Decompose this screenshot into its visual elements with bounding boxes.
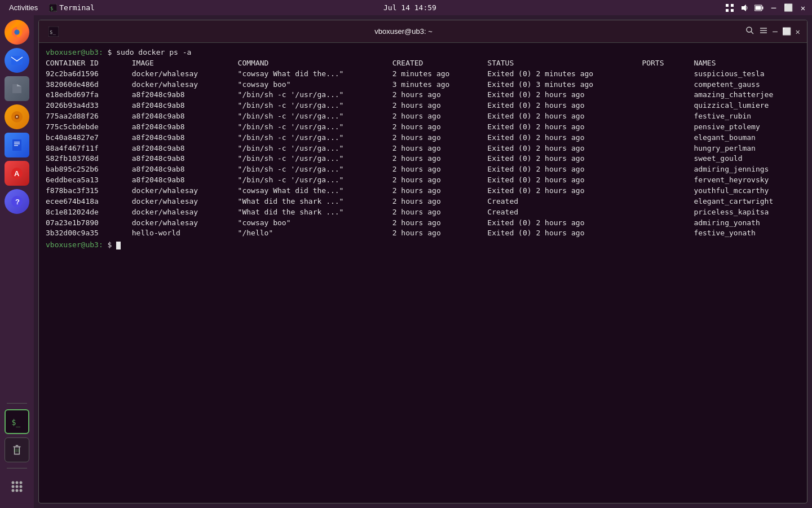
terminal-controls: ─ ⬜ ✕: [745, 26, 800, 37]
apps-grid-button[interactable]: [5, 474, 29, 499]
svg-rect-12: [11, 56, 23, 65]
trash-icon: [10, 443, 24, 457]
svg-point-29: [20, 481, 23, 484]
terminal-title: vboxuser@ub3: ~: [61, 27, 745, 36]
terminal-small-icon: $_: [10, 415, 24, 428]
minimize-button[interactable]: ─: [773, 28, 777, 36]
svg-point-30: [12, 485, 15, 488]
top-bar-right: ─ ⬜ ✕: [725, 3, 807, 12]
tab-terminal-icon: $_: [48, 27, 59, 37]
docker-rows: 92c2ba6d1596docker/whalesay"cowsay What …: [46, 69, 800, 239]
svg-rect-17: [14, 142, 20, 143]
table-row: 8c1e812024dedocker/whalesay"What did the…: [46, 207, 800, 218]
table-row: ecee674b418adocker/whalesay"What did the…: [46, 196, 800, 207]
svg-rect-2: [726, 4, 729, 7]
svg-point-15: [16, 116, 18, 118]
table-row: 6eddbeca5a13a8f2048c9ab8"/bin/sh -c '/us…: [46, 175, 800, 186]
cursor: [116, 242, 121, 249]
docker-ps-table: CONTAINER ID IMAGE COMMAND CREATED STATU…: [46, 58, 800, 239]
terminal-area: $_ vboxuser@ub3: ~: [34, 15, 812, 508]
apps-grid-icon: [9, 479, 25, 494]
battery-icon: [754, 4, 764, 12]
sidebar-item-music[interactable]: [5, 104, 29, 129]
command-1: $ sudo docker ps -a: [108, 48, 192, 56]
svg-point-35: [20, 489, 23, 492]
files-icon: [10, 82, 24, 95]
prompt-2: vboxuser@ub3:: [46, 240, 103, 249]
close-tray-icon[interactable]: ✕: [798, 3, 807, 12]
table-row: 3b32d00c9a35hello-world"/hello"2 hours a…: [46, 228, 800, 239]
col-status: STATUS: [471, 58, 626, 69]
svg-line-39: [751, 32, 753, 34]
top-bar: Activities $_ Terminal Jul 14 14:59: [0, 0, 812, 15]
col-names: NAMES: [678, 58, 800, 69]
sidebar-item-docs[interactable]: [5, 133, 29, 157]
volume-icon: [740, 4, 748, 12]
table-row: 88a4f467f11fa8f2048c9ab8"/bin/sh -c '/us…: [46, 143, 800, 154]
table-row: 775aa2d88f26a8f2048c9ab8"/bin/sh -c '/us…: [46, 111, 800, 122]
table-row: e18edbd697faa8f2048c9ab8"/bin/sh -c '/us…: [46, 90, 800, 100]
col-container-id: CONTAINER ID: [46, 58, 116, 69]
svg-text:?: ?: [15, 198, 20, 206]
table-row: 582fb103768da8f2048c9ab8"/bin/sh -c '/us…: [46, 154, 800, 164]
table-header-row: CONTAINER ID IMAGE COMMAND CREATED STATU…: [46, 58, 800, 69]
svg-text:$_: $_: [50, 6, 56, 11]
svg-rect-19: [14, 145, 18, 146]
battery-tray-icon[interactable]: [754, 3, 764, 12]
grid-icon: [726, 4, 734, 12]
svg-rect-8: [762, 6, 764, 9]
svg-point-34: [16, 489, 19, 492]
email-icon: [10, 54, 24, 67]
restore-button[interactable]: ⬜: [782, 28, 791, 35]
sidebar-item-email[interactable]: [5, 48, 29, 73]
grid-tray-icon[interactable]: [725, 3, 734, 12]
sidebar-item-terminal[interactable]: $_: [5, 409, 29, 434]
sidebar-item-firefox[interactable]: [5, 20, 29, 45]
terminal-icon: $_: [49, 4, 57, 12]
svg-point-31: [16, 485, 19, 488]
svg-point-38: [747, 27, 752, 32]
table-row: bab895c252b6a8f2048c9ab8"/bin/sh -c '/us…: [46, 164, 800, 175]
volume-tray-icon[interactable]: [740, 3, 749, 12]
table-row: 382060de486ddocker/whalesay"cowsay boo"3…: [46, 80, 800, 90]
hamburger-button[interactable]: [759, 26, 768, 37]
sidebar: A ? $_: [0, 15, 34, 508]
svg-rect-4: [726, 9, 729, 12]
main-layout: A ? $_: [0, 15, 812, 508]
activities-button[interactable]: Activities: [5, 0, 42, 15]
sidebar-bottom: $_: [5, 401, 29, 503]
svg-point-28: [16, 481, 19, 484]
terminal-app-label: $_ Terminal: [49, 3, 95, 12]
docs-icon: [10, 138, 24, 152]
table-row: 2026b93a4d33a8f2048c9ab8"/bin/sh -c '/us…: [46, 100, 800, 111]
restore-tray-icon[interactable]: ⬜: [784, 3, 793, 12]
svg-text:$_: $_: [11, 418, 20, 427]
terminal-window: $_ vboxuser@ub3: ~: [38, 20, 807, 503]
sidebar-divider-2: [7, 468, 27, 468]
sidebar-item-help[interactable]: ?: [5, 189, 29, 214]
sidebar-item-trash[interactable]: [5, 437, 29, 462]
col-created: CREATED: [377, 58, 472, 69]
col-command: COMMAND: [222, 58, 377, 69]
help-icon: ?: [10, 195, 24, 208]
music-icon: [10, 110, 24, 124]
close-button[interactable]: ✕: [796, 28, 800, 36]
col-image: IMAGE: [116, 58, 222, 69]
search-button[interactable]: [745, 26, 754, 37]
sidebar-item-files[interactable]: [5, 76, 29, 101]
terminal-content[interactable]: vboxuser@ub3: $ sudo docker ps -a CONTAI…: [39, 43, 807, 503]
svg-text:A: A: [14, 169, 20, 178]
sidebar-item-appstore[interactable]: A: [5, 161, 29, 186]
search-icon: [745, 26, 754, 35]
table-row: 92c2ba6d1596docker/whalesay"cowsay What …: [46, 69, 800, 80]
svg-rect-3: [731, 4, 734, 7]
terminal-tab-icon: $_: [46, 24, 61, 40]
terminal-titlebar: $_ vboxuser@ub3: ~: [39, 20, 807, 43]
menu-icon: [759, 26, 768, 35]
table-row: 775c5cbdebdea8f2048c9ab8"/bin/sh -c '/us…: [46, 122, 800, 133]
svg-rect-18: [14, 143, 20, 144]
svg-text:$_: $_: [50, 29, 56, 35]
minimize-tray-icon[interactable]: ─: [769, 3, 778, 12]
command-2: $: [108, 240, 117, 249]
svg-point-33: [12, 489, 15, 492]
